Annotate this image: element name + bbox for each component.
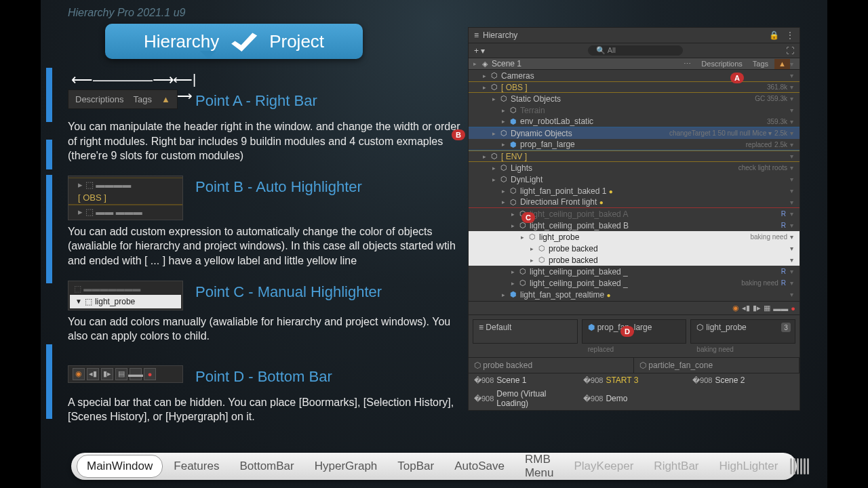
default-button[interactable]: ≡ Default <box>473 319 578 344</box>
marker-d: D <box>620 326 634 337</box>
point-b-heading: Point B - Auto Highlighter <box>195 178 468 196</box>
tree-row[interactable]: ▸◈Scene 1⋯DescriptionsTags▲▾ <box>469 58 800 70</box>
lightprobe-fragment: ⬚ ▬▬▬▬▬▬▬ ▼⬚ light_probe <box>68 281 183 310</box>
scene-item[interactable]: �908Scene 1 <box>469 373 578 387</box>
tree-row[interactable]: ▸⬡[ OBS ]361.8k▾ <box>469 81 800 93</box>
tree-row[interactable]: ▸⬡light_fan_point_baked 1 ●▾ <box>469 185 800 197</box>
bottombar-fragment: ◉◂▮▮▸▤▬▬● <box>68 365 183 383</box>
nav-item[interactable]: BottomBar <box>230 455 303 477</box>
nav-item[interactable]: MainWindow <box>77 455 163 478</box>
panel-tab-bar: ≡ Hierarchy 🔒⋮ <box>469 28 800 43</box>
marker-b: B <box>452 129 465 140</box>
menu-icon[interactable]: ⋮ <box>786 30 794 40</box>
obs-fragment: ▸ ⬚ ▬▬▬▬ [ OBS ] ▸ ⬚ ▬▬ ▬▬▬ <box>68 176 183 220</box>
hierarchy-tab[interactable]: Hierarchy <box>483 30 517 40</box>
tree-row[interactable]: ▸⬡[ ENV ]▾ <box>469 150 800 162</box>
prev-icon[interactable]: ◂▮ <box>742 304 750 312</box>
banner-right[interactable]: Project <box>269 31 324 52</box>
list-icon[interactable]: ▬▬ <box>773 304 788 312</box>
tree-row[interactable]: ▸⬡probe backed▾ <box>469 243 800 254</box>
bottom-nav: MainWindowFeaturesBottomBarHyperGraphTop… <box>71 453 797 480</box>
tree-row[interactable]: ▸⬡Static ObjectsGC 359.3k▾ <box>469 93 800 104</box>
nav-grip[interactable] <box>790 458 813 474</box>
tree-row[interactable]: ▸⬢prop_fan_largereplaced2.5k▾ <box>469 139 800 150</box>
tree-row[interactable]: ▸⬡light_ceiling_point_baked BR▾ <box>469 220 800 231</box>
tree-row[interactable]: ▸⬢light_fan_spot_realtime ●▾ <box>469 289 800 300</box>
accent-bar <box>46 140 52 169</box>
tree-row[interactable]: ▸⬡Lightscheck light roots▾ <box>469 162 800 174</box>
hierarchy-panel: A B C D ≡ Hierarchy 🔒⋮ + ▾ 🔍 All ⛶ ▸◈Sce… <box>468 27 800 411</box>
list-item[interactable]: ⬡ probe backed <box>469 358 634 373</box>
tree-row[interactable]: ▸⬡Directional Front light ●▾ <box>469 197 800 208</box>
expand-icon[interactable]: ⛶ <box>786 46 794 56</box>
tags-label: Tags <box>134 94 152 104</box>
bookmark-card[interactable]: ⬢prop_fan_largereplaced <box>582 319 687 344</box>
grid-icon[interactable]: ▦ <box>764 304 770 312</box>
nav-item[interactable]: HyperGraph <box>305 455 387 477</box>
tree-row[interactable]: ▸⬡probe backed▾ <box>469 254 800 266</box>
banner: Hierarchy Project <box>105 24 363 59</box>
nav-item[interactable]: RMB Menu <box>515 449 564 484</box>
tree-row[interactable]: ▸⬡Terrain▾ <box>469 104 800 116</box>
nav-item[interactable]: Features <box>164 455 229 477</box>
nav-item[interactable]: HighLighter <box>710 455 788 477</box>
point-b-text: You can add custom expression to automat… <box>68 224 468 268</box>
point-d-text: A special bar that can be hidden. You ca… <box>68 395 468 424</box>
tree-row[interactable]: ▸⬡light_ceiling_point_baked AR▾ <box>469 208 800 220</box>
tree-row[interactable]: ▸⬡light_ceiling_point_baked _R▾ <box>469 266 800 277</box>
tree-row[interactable]: ▸⬡light_probebaking need▾ <box>469 231 800 243</box>
app-title: Hierarchy Pro 2021.1 u9 <box>68 7 185 19</box>
scene-item[interactable]: �908Scene 2 <box>687 373 796 387</box>
panel-toolbar: + ▾ 🔍 All ⛶ <box>469 43 800 58</box>
warning-icon: ▲ <box>161 94 170 104</box>
descriptions-label: Descriptions <box>75 94 124 104</box>
accent-bar <box>46 175 52 283</box>
tree-row[interactable]: ▸⬡Dynamic ObjectschangeTarget 1 50 null … <box>469 127 800 139</box>
marker-c: C <box>521 212 535 223</box>
list-item[interactable]: ⬡ particle_fan_cone <box>634 358 800 373</box>
stop-icon[interactable]: ● <box>791 304 795 312</box>
point-c-text: You can add colors manually (awaliable f… <box>68 314 468 344</box>
bottom-panel: ◉ ◂▮ ▮▸ ▦ ▬▬ ● ≡ Default ⬢prop_fan_large… <box>469 301 800 410</box>
search-input[interactable]: 🔍 All <box>588 45 683 56</box>
point-c-heading: Point C - Manual Highlighter <box>195 283 468 301</box>
accent-bar <box>46 68 52 122</box>
record-icon[interactable]: ◉ <box>732 304 739 312</box>
tree-row[interactable]: ▸⬡light_ceiling_point_baked _baking need… <box>469 277 800 289</box>
point-a-text: You can manipulate the header right in t… <box>68 119 468 163</box>
tree-row[interactable]: ▸⬢env_robotLab_static359.3k▾ <box>469 116 800 127</box>
header-fragment: Descriptions Tags ▲ <box>68 89 178 109</box>
scene-item[interactable]: �908Demo (Virtual Loading) <box>469 387 578 410</box>
point-a-heading: Point A - Right Bar <box>195 92 468 110</box>
nav-item[interactable]: PlayKeeper <box>564 455 643 477</box>
point-d-heading: Point D - Bottom Bar <box>195 368 468 386</box>
bookmark-card[interactable]: ⬡light_probe3baking need <box>690 319 795 344</box>
nav-item[interactable]: RightBar <box>644 455 708 477</box>
tree-row[interactable]: ▸⬡DynLight▾ <box>469 174 800 185</box>
lock-icon[interactable]: 🔒 <box>769 30 779 40</box>
scene-item[interactable]: �908Demo <box>578 387 687 410</box>
nav-item[interactable]: TopBar <box>388 455 443 477</box>
accent-bar <box>46 344 52 419</box>
check-icon <box>231 31 257 52</box>
nav-item[interactable]: AutoSave <box>445 455 514 477</box>
scene-item[interactable]: �908START 3 <box>578 373 687 387</box>
grip-icon[interactable]: ≡ <box>474 30 479 40</box>
marker-a: A <box>730 73 744 83</box>
banner-left[interactable]: Hierarchy <box>144 31 219 52</box>
add-button[interactable]: + ▾ <box>474 46 485 56</box>
tree-row[interactable]: ▸⬡Cameras▾ <box>469 70 800 81</box>
next-icon[interactable]: ▮▸ <box>753 304 761 312</box>
